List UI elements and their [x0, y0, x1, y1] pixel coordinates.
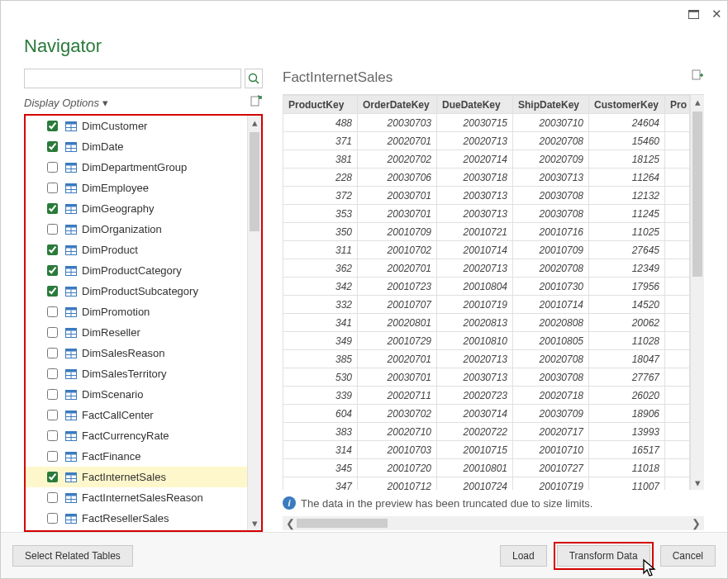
tree-checkbox[interactable] [47, 141, 58, 152]
tree-checkbox[interactable] [47, 348, 58, 358]
table-row[interactable]: 34720010712200107242001071911007 [283, 477, 690, 491]
tree-item[interactable]: FactFinance [26, 446, 247, 467]
tree-item[interactable]: DimPromotion [26, 301, 247, 322]
tree-item[interactable]: DimSalesReason [26, 343, 247, 363]
search-icon[interactable] [245, 69, 263, 88]
table-row[interactable]: 31420010703200107152001071016517 [283, 441, 690, 459]
scroll-down-icon[interactable]: ▾ [248, 516, 261, 530]
table-row[interactable]: 38120020702200207142002070918125 [283, 150, 690, 168]
tree-item[interactable]: DimProductCategory [26, 260, 247, 281]
tree-checkbox[interactable] [47, 224, 58, 235]
table-row[interactable]: 38520020701200207132002070818047 [283, 350, 690, 368]
table-cell: 20020714 [437, 150, 513, 168]
tree-checkbox[interactable] [47, 162, 58, 173]
table-cell: 20030715 [437, 114, 513, 132]
tree-checkbox[interactable] [47, 265, 58, 276]
svg-rect-80 [66, 514, 77, 516]
tree-item[interactable]: DimReseller [26, 322, 247, 343]
tree-item-label: FactCallCenter [82, 409, 154, 421]
tree-item[interactable]: FactCallCenter [26, 405, 247, 425]
tree-checkbox[interactable] [47, 389, 58, 400]
table-tree[interactable]: DimCustomerDimDateDimDepartmentGroupDimE… [26, 116, 247, 530]
table-row[interactable]: 31120010702200107142001070927645 [283, 241, 690, 259]
scroll-thumb[interactable] [297, 519, 388, 528]
tree-item[interactable]: DimProduct [26, 240, 247, 260]
tree-item[interactable]: FactResellerSales [26, 508, 247, 529]
tree-checkbox[interactable] [47, 451, 58, 462]
preview-options-icon[interactable] [691, 69, 704, 86]
column-header[interactable]: ShipDateKey [513, 96, 589, 114]
tree-checkbox[interactable] [47, 410, 58, 420]
table-row[interactable]: 34920010729200108102001080511028 [283, 332, 690, 350]
scroll-up-icon[interactable]: ▴ [248, 116, 261, 130]
table-cell [665, 477, 690, 491]
table-row[interactable]: 34220010723200108042001073017956 [283, 278, 690, 296]
display-options-dropdown[interactable]: Display Options ▾ [24, 97, 108, 109]
maximize-icon[interactable]: 🗖 [688, 7, 700, 21]
scroll-right-icon[interactable]: ❯ [692, 517, 701, 529]
table-row[interactable]: 34520010720200108012001072711018 [283, 459, 690, 477]
table-row[interactable]: 22820030706200307182003071311264 [283, 168, 690, 187]
scroll-thumb[interactable] [692, 112, 702, 277]
tree-item[interactable]: DimSalesTerritory [26, 363, 247, 384]
tree-checkbox[interactable] [47, 286, 58, 297]
table-row[interactable]: 48820030703200307152003071024604 [283, 114, 690, 132]
tree-checkbox[interactable] [47, 430, 58, 441]
table-row[interactable]: 37220030701200307132003070812132 [283, 187, 690, 205]
tree-item[interactable]: FactInternetSales [26, 467, 247, 487]
tree-item[interactable]: FactCurrencyRate [26, 425, 247, 446]
tree-item[interactable]: DimProductSubcategory [26, 281, 247, 301]
scroll-down-icon[interactable]: ▾ [691, 476, 704, 490]
cancel-button[interactable]: Cancel [660, 545, 716, 567]
tree-checkbox[interactable] [47, 121, 58, 131]
table-row[interactable]: 33920020711200207232002071826020 [283, 387, 690, 405]
tree-scrollbar[interactable]: ▴ ▾ [247, 116, 261, 530]
tree-checkbox[interactable] [47, 327, 58, 338]
tree-checkbox[interactable] [47, 203, 58, 214]
scroll-up-icon[interactable]: ▴ [691, 95, 704, 109]
table-row[interactable]: 38320020710200207222002071713993 [283, 423, 690, 441]
grid-vscrollbar[interactable]: ▴ ▾ [690, 95, 704, 490]
tree-checkbox[interactable] [47, 492, 58, 503]
tree-checkbox[interactable] [47, 244, 58, 255]
column-header[interactable]: OrderDateKey [358, 96, 437, 114]
table-row[interactable]: 60420030702200307142003070918906 [283, 405, 690, 423]
select-related-tables-button[interactable]: Select Related Tables [12, 545, 133, 567]
table-row[interactable]: 53020030701200307132003070827767 [283, 368, 690, 387]
tree-item[interactable]: DimDepartmentGroup [26, 157, 247, 178]
column-header[interactable]: DueDateKey [437, 96, 513, 114]
close-icon[interactable]: ✕ [711, 7, 722, 21]
tree-item[interactable]: FactInternetSalesReason [26, 487, 247, 508]
table-icon [65, 121, 77, 131]
scroll-thumb[interactable] [250, 132, 259, 231]
column-header[interactable]: Pro [665, 96, 690, 114]
search-input[interactable] [24, 69, 241, 88]
refresh-icon[interactable] [250, 95, 263, 111]
tree-checkbox[interactable] [47, 306, 58, 317]
tree-checkbox[interactable] [47, 368, 58, 379]
tree-checkbox[interactable] [47, 472, 58, 482]
tree-item[interactable]: DimOrganization [26, 219, 247, 240]
tree-item[interactable]: DimCustomer [26, 116, 247, 136]
tree-item[interactable]: DimEmployee [26, 178, 247, 198]
table-row[interactable]: 36220020701200207132002070812349 [283, 259, 690, 278]
tree-checkbox[interactable] [47, 513, 58, 524]
table-row[interactable]: 34120020801200208132002080820062 [283, 314, 690, 332]
table-row[interactable]: 35020010709200107212001071611025 [283, 223, 690, 241]
tree-checkbox[interactable] [47, 183, 58, 193]
grid-hscrollbar[interactable]: ❮ ❯ [283, 516, 704, 530]
tree-item[interactable]: DimDate [26, 136, 247, 157]
scroll-left-icon[interactable]: ❮ [286, 517, 295, 529]
transform-data-button[interactable]: Transform Data [557, 545, 650, 567]
svg-rect-24 [66, 225, 77, 227]
column-header[interactable]: ProductKey [283, 96, 358, 114]
table-row[interactable]: 33220010707200107192001071414520 [283, 296, 690, 314]
preview-grid[interactable]: ProductKeyOrderDateKeyDueDateKeyShipDate… [283, 95, 690, 490]
load-button[interactable]: Load [500, 545, 547, 567]
tree-item[interactable]: DimScenario [26, 384, 247, 405]
table-row[interactable]: 37120020701200207132002070815460 [283, 132, 690, 150]
tree-item[interactable]: DimGeography [26, 198, 247, 219]
info-text: The data in the preview has been truncat… [301, 497, 592, 510]
column-header[interactable]: CustomerKey [589, 96, 665, 114]
table-row[interactable]: 35320030701200307132003070811245 [283, 205, 690, 223]
